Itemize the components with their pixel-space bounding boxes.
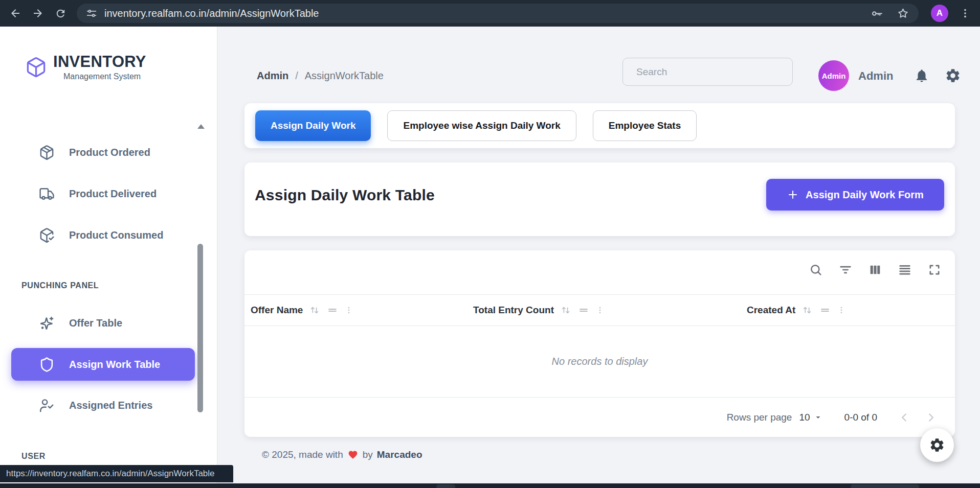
- sidebar-item-assigned-entries[interactable]: Assigned Entries: [0, 394, 217, 416]
- url-text[interactable]: inventory.realfam.co.in/admin/AssignWork…: [104, 8, 871, 19]
- column-menu-kebab-icon[interactable]: [595, 305, 605, 316]
- previous-page-button[interactable]: [898, 411, 911, 424]
- browser-forward-button[interactable]: [29, 4, 47, 22]
- sidebar-item-label: Offer Table: [69, 317, 122, 329]
- sidebar-item-product-ordered[interactable]: Product Ordered: [0, 141, 217, 164]
- tabs-card: Assign Daily Work Employee wise Assign D…: [244, 103, 955, 148]
- breadcrumb-separator: /: [295, 70, 298, 82]
- fullscreen-icon[interactable]: [927, 263, 942, 277]
- forward-arrow-icon: [32, 7, 44, 19]
- rows-per-page-select[interactable]: 10: [799, 412, 822, 423]
- heart-icon: [348, 450, 358, 460]
- browser-menu-kebab-icon[interactable]: [960, 8, 971, 19]
- gear-icon: [929, 437, 945, 453]
- footer-copyright: © 2025, made with: [262, 449, 343, 461]
- sidebar: INVENTORY Management System Product Orde…: [0, 27, 217, 488]
- footer-brand-link[interactable]: Marcadeo: [377, 449, 422, 461]
- columns-icon[interactable]: [868, 263, 882, 277]
- notification-bell-icon[interactable]: [914, 68, 929, 83]
- tab-assign-daily-work[interactable]: Assign Daily Work: [255, 110, 371, 141]
- tab-group: Assign Daily Work Employee wise Assign D…: [244, 103, 955, 148]
- package-check-icon: [39, 227, 55, 243]
- search-input[interactable]: [622, 58, 793, 86]
- drag-handle-icon[interactable]: [326, 305, 339, 316]
- plus-icon: [787, 189, 799, 201]
- app-logo[interactable]: INVENTORY Management System: [25, 53, 146, 81]
- sort-icon[interactable]: [308, 305, 321, 316]
- user-avatar[interactable]: Admin: [818, 60, 849, 91]
- sidebar-scroll-up-arrow[interactable]: [197, 124, 205, 129]
- site-info-icon: [86, 8, 97, 19]
- chevron-right-icon: [924, 411, 938, 424]
- sidebar-item-offer-table[interactable]: Offer Table: [0, 312, 217, 334]
- column-label: Total Entry Count: [473, 305, 554, 316]
- column-header-created-at[interactable]: Created At: [747, 295, 846, 326]
- filter-icon[interactable]: [838, 263, 853, 277]
- user-check-icon: [39, 398, 55, 413]
- sparkles-icon: [39, 315, 55, 331]
- main-content: Admin / AssignWorkTable Admin Admin Assi…: [217, 27, 980, 488]
- package-icon: [39, 145, 55, 160]
- table-card: Offer Name Total Entry Count Created At …: [244, 250, 955, 437]
- sidebar-item-product-delivered[interactable]: Product Delivered: [0, 182, 217, 205]
- action-button-label: Assign Daily Work Form: [806, 189, 924, 201]
- sidebar-section-user: USER: [21, 452, 46, 461]
- profile-initial: A: [937, 8, 943, 18]
- table-pagination: Rows per page 10 0-0 of 0: [244, 397, 955, 437]
- drag-handle-icon[interactable]: [819, 305, 831, 316]
- browser-chrome: inventory.realfam.co.in/admin/AssignWork…: [0, 0, 980, 27]
- breadcrumb-admin-link[interactable]: Admin: [257, 70, 288, 82]
- status-bar-url: https://inventory.realfam.co.in/admin/As…: [0, 465, 233, 482]
- browser-profile-avatar[interactable]: A: [931, 5, 948, 22]
- sidebar-item-label: Assigned Entries: [69, 400, 152, 411]
- bookmark-star-icon[interactable]: [897, 7, 909, 20]
- assign-daily-work-form-button[interactable]: Assign Daily Work Form: [766, 179, 944, 211]
- breadcrumb: Admin / AssignWorkTable: [257, 70, 384, 82]
- shield-icon: [39, 357, 55, 373]
- footer-by: by: [363, 449, 373, 461]
- empty-state-text: No records to display: [244, 326, 955, 397]
- density-icon[interactable]: [898, 263, 912, 277]
- tab-employee-wise-assign-daily-work[interactable]: Employee wise Assign Daily Work: [387, 110, 576, 141]
- address-bar[interactable]: inventory.realfam.co.in/admin/AssignWork…: [77, 4, 919, 23]
- rows-per-page-value: 10: [799, 412, 810, 423]
- caret-down-icon: [813, 412, 823, 422]
- page-title: Assign Daily Work Table: [255, 187, 435, 204]
- sidebar-section-punching-panel: PUNCHING PANEL: [21, 281, 99, 290]
- sort-icon[interactable]: [560, 305, 572, 316]
- column-menu-kebab-icon[interactable]: [344, 305, 353, 316]
- column-header-offer-name[interactable]: Offer Name: [251, 295, 353, 326]
- tab-employee-stats[interactable]: Employee Stats: [593, 110, 697, 141]
- browser-refresh-button[interactable]: [51, 4, 70, 22]
- logo-subtitle: Management System: [63, 72, 146, 81]
- taskbar-chip: [851, 484, 919, 488]
- sidebar-item-label: Assign Work Table: [69, 359, 160, 370]
- user-name[interactable]: Admin: [858, 69, 893, 83]
- breadcrumb-current: AssignWorkTable: [305, 70, 384, 82]
- settings-gear-icon[interactable]: [945, 67, 961, 84]
- back-arrow-icon: [9, 7, 21, 19]
- sort-icon[interactable]: [801, 305, 813, 316]
- table-header-row: Offer Name Total Entry Count Created At: [244, 294, 955, 326]
- logo-title: INVENTORY: [53, 53, 146, 71]
- sidebar-item-product-consumed[interactable]: Product Consumed: [0, 224, 217, 246]
- sidebar-item-label: Product Delivered: [69, 188, 157, 200]
- refresh-icon: [55, 8, 66, 19]
- password-key-icon[interactable]: [871, 7, 883, 20]
- truck-icon: [39, 186, 55, 202]
- bottom-taskbar-edge: [0, 483, 980, 488]
- search-icon[interactable]: [809, 263, 823, 277]
- column-menu-kebab-icon[interactable]: [837, 305, 846, 316]
- theme-customizer-button[interactable]: [920, 428, 954, 462]
- drag-handle-icon[interactable]: [577, 305, 590, 316]
- browser-back-button[interactable]: [6, 4, 25, 22]
- sidebar-item-label: Product Ordered: [69, 147, 150, 158]
- sidebar-scrollbar-thumb[interactable]: [197, 244, 203, 412]
- sidebar-item-assign-work-table-active[interactable]: Assign Work Table: [11, 348, 195, 381]
- column-label: Offer Name: [251, 305, 303, 316]
- column-header-total-entry-count[interactable]: Total Entry Count: [473, 295, 605, 326]
- column-label: Created At: [747, 305, 795, 316]
- sidebar-item-label: Product Consumed: [69, 229, 163, 241]
- chevron-left-icon: [898, 411, 911, 424]
- next-page-button[interactable]: [924, 411, 938, 424]
